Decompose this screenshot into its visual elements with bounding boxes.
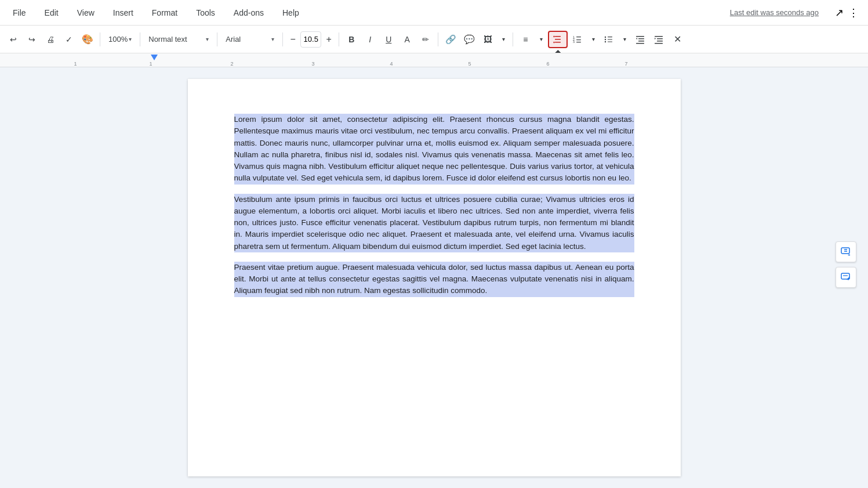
zoom-value: 100%	[108, 35, 128, 44]
ruler-mark-2: 2	[230, 61, 233, 67]
style-chevron: ▾	[206, 36, 209, 42]
align-button[interactable]: ≡	[517, 31, 534, 48]
zoom-chevron: ▾	[129, 36, 132, 42]
spellcheck-button[interactable]: ✓	[60, 31, 78, 48]
increase-indent-button[interactable]	[650, 31, 667, 48]
ruler-mark-0: 1	[74, 61, 77, 67]
ruler: 1 1 2 3 4 5 6 7	[0, 53, 868, 67]
numbered-list-icon: 1. 2. 3.	[572, 34, 583, 45]
menu-item-edit[interactable]: Edit	[41, 6, 62, 20]
svg-rect-22	[655, 36, 663, 37]
svg-point-11	[605, 36, 606, 37]
svg-rect-2	[555, 42, 561, 43]
svg-rect-23	[657, 38, 663, 39]
ruler-mark-6: 6	[546, 61, 549, 67]
svg-rect-10	[576, 42, 581, 42]
paragraph-2[interactable]: Vestibulum ante ipsum primis in faucibus…	[234, 194, 634, 252]
svg-text:+: +	[848, 252, 851, 258]
image-button[interactable]: 🖼	[479, 31, 496, 48]
svg-rect-8	[576, 39, 581, 40]
separator-1	[100, 32, 100, 46]
font-size-decrease[interactable]: −	[286, 31, 299, 48]
menu-item-insert[interactable]: Insert	[110, 6, 137, 20]
font-size-input[interactable]: 10.5	[300, 31, 321, 48]
italic-button[interactable]: I	[361, 31, 379, 48]
svg-rect-14	[608, 39, 612, 39]
text-color-button[interactable]: A	[398, 31, 416, 48]
menu-item-format[interactable]: Format	[148, 6, 181, 20]
add-comment-button[interactable]: +	[836, 241, 856, 262]
ruler-inner: 1 1 2 3 4 5 6 7	[75, 53, 793, 67]
highlight-button[interactable]: ✏	[417, 31, 434, 48]
svg-marker-4	[553, 42, 555, 44]
font-size-increase[interactable]: +	[322, 31, 335, 48]
bullet-list-button[interactable]	[600, 31, 618, 48]
svg-rect-17	[636, 36, 644, 37]
clear-format-button[interactable]: ✕	[669, 31, 686, 48]
svg-point-15	[605, 41, 606, 42]
bold-button[interactable]: B	[343, 31, 360, 48]
numbered-list-dropdown[interactable]: ▾	[587, 31, 599, 48]
svg-rect-19	[638, 41, 644, 42]
trending-icon[interactable]: ↗	[835, 6, 844, 19]
link-button[interactable]: 🔗	[442, 31, 459, 48]
image-dropdown[interactable]: ▾	[497, 31, 509, 48]
line-spacing-button[interactable]	[548, 31, 568, 48]
style-dropdown[interactable]: Normal text ▾	[144, 31, 213, 48]
menu-item-addons[interactable]: Add-ons	[230, 6, 267, 20]
ruler-mark-7: 7	[624, 61, 627, 67]
increase-indent-icon	[653, 34, 664, 45]
paragraph-1[interactable]: Lorem ipsum dolor sit amet, consectetur …	[234, 114, 634, 185]
side-action-buttons: +	[836, 241, 856, 288]
last-edit-label[interactable]: Last edit was seconds ago	[730, 8, 819, 17]
menu-item-file[interactable]: File	[9, 6, 30, 20]
document-page: Lorem ipsum dolor sit amet, consectetur …	[188, 79, 681, 476]
redo-button[interactable]: ↪	[23, 31, 41, 48]
svg-marker-21	[636, 38, 637, 39]
comment-button[interactable]: 💬	[460, 31, 478, 48]
separator-7	[513, 32, 513, 46]
document-area: Lorem ipsum dolor sit amet, consectetur …	[0, 67, 868, 488]
menu-item-view[interactable]: View	[74, 6, 98, 20]
svg-rect-25	[655, 43, 663, 44]
zoom-dropdown[interactable]: 100% ▾	[104, 31, 136, 48]
svg-rect-12	[608, 37, 612, 37]
ruler-mark-5: 5	[468, 61, 471, 67]
font-dropdown[interactable]: Arial ▾	[221, 31, 279, 48]
line-spacing-icon	[553, 34, 563, 45]
underline-button[interactable]: U	[380, 31, 397, 48]
ruler-left-margin[interactable]	[151, 55, 158, 60]
paint-format-button[interactable]: 🎨	[79, 31, 96, 48]
decrease-indent-button[interactable]	[631, 31, 649, 48]
edit-comment-button[interactable]	[836, 267, 856, 288]
bullet-list-dropdown[interactable]: ▾	[619, 31, 630, 48]
style-value: Normal text	[148, 35, 187, 44]
svg-rect-1	[555, 39, 561, 40]
svg-rect-16	[608, 41, 612, 42]
decrease-indent-icon	[635, 34, 645, 45]
svg-rect-6	[576, 37, 581, 37]
ruler-mark-3: 3	[311, 61, 314, 67]
toolbar: ↩ ↪ 🖨 ✓ 🎨 100% ▾ Normal text ▾ Arial ▾ −…	[0, 26, 868, 53]
numbered-list-button[interactable]: 1. 2. 3.	[569, 31, 586, 48]
svg-rect-0	[555, 36, 561, 37]
menu-item-tools[interactable]: Tools	[193, 6, 219, 20]
undo-button[interactable]: ↩	[5, 31, 22, 48]
header-icons: ↗ ⋮	[835, 6, 859, 19]
font-size-control: − 10.5 +	[286, 31, 335, 48]
more-options-icon[interactable]: ⋮	[848, 6, 859, 19]
print-button[interactable]: 🖨	[42, 31, 59, 48]
ruler-mark-4: 4	[390, 61, 393, 67]
edit-comment-icon	[840, 272, 852, 283]
menu-item-help[interactable]: Help	[279, 6, 303, 20]
line-spacing-wrapper: Line spacing	[548, 31, 568, 48]
paragraph-3[interactable]: Praesent vitae pretium augue. Praesent m…	[234, 262, 634, 297]
add-comment-icon: +	[840, 246, 852, 258]
menu-bar: File Edit View Insert Format Tools Add-o…	[0, 0, 868, 26]
separator-5	[339, 32, 339, 46]
svg-rect-18	[638, 38, 644, 39]
svg-rect-20	[636, 43, 644, 44]
svg-point-13	[605, 38, 606, 39]
separator-4	[282, 32, 283, 46]
align-dropdown[interactable]: ▾	[535, 31, 547, 48]
